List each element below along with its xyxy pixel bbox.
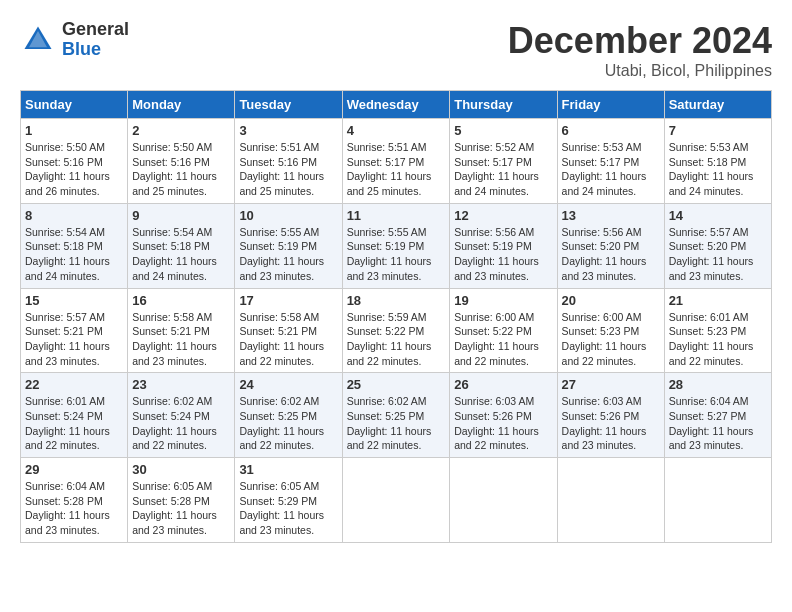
day-info-2: Sunrise: 5:50 AM Sunset: 5:16 PM Dayligh… <box>132 140 230 199</box>
day-info-26: Sunrise: 6:03 AM Sunset: 5:26 PM Dayligh… <box>454 394 552 453</box>
empty-cell <box>557 458 664 543</box>
day-cell-22: 22 Sunrise: 6:01 AM Sunset: 5:24 PM Dayl… <box>21 373 128 458</box>
day-info-6: Sunrise: 5:53 AM Sunset: 5:17 PM Dayligh… <box>562 140 660 199</box>
day-cell-14: 14 Sunrise: 5:57 AM Sunset: 5:20 PM Dayl… <box>664 203 771 288</box>
header-thursday: Thursday <box>450 91 557 119</box>
day-cell-10: 10 Sunrise: 5:55 AM Sunset: 5:19 PM Dayl… <box>235 203 342 288</box>
day-cell-16: 16 Sunrise: 5:58 AM Sunset: 5:21 PM Dayl… <box>128 288 235 373</box>
day-info-10: Sunrise: 5:55 AM Sunset: 5:19 PM Dayligh… <box>239 225 337 284</box>
title-area: December 2024 Utabi, Bicol, Philippines <box>508 20 772 80</box>
header-saturday: Saturday <box>664 91 771 119</box>
day-info-8: Sunrise: 5:54 AM Sunset: 5:18 PM Dayligh… <box>25 225 123 284</box>
page-header: General Blue December 2024 Utabi, Bicol,… <box>20 20 772 80</box>
day-cell-29: 29 Sunrise: 6:04 AM Sunset: 5:28 PM Dayl… <box>21 458 128 543</box>
day-cell-21: 21 Sunrise: 6:01 AM Sunset: 5:23 PM Dayl… <box>664 288 771 373</box>
logo-text: General Blue <box>62 20 129 60</box>
day-cell-24: 24 Sunrise: 6:02 AM Sunset: 5:25 PM Dayl… <box>235 373 342 458</box>
day-number-14: 14 <box>669 208 767 223</box>
day-cell-18: 18 Sunrise: 5:59 AM Sunset: 5:22 PM Dayl… <box>342 288 450 373</box>
day-info-31: Sunrise: 6:05 AM Sunset: 5:29 PM Dayligh… <box>239 479 337 538</box>
logo-general: General <box>62 20 129 40</box>
day-cell-19: 19 Sunrise: 6:00 AM Sunset: 5:22 PM Dayl… <box>450 288 557 373</box>
day-number-13: 13 <box>562 208 660 223</box>
day-number-21: 21 <box>669 293 767 308</box>
logo: General Blue <box>20 20 129 60</box>
week-row-2: 8 Sunrise: 5:54 AM Sunset: 5:18 PM Dayli… <box>21 203 772 288</box>
empty-cell <box>450 458 557 543</box>
day-number-2: 2 <box>132 123 230 138</box>
day-cell-13: 13 Sunrise: 5:56 AM Sunset: 5:20 PM Dayl… <box>557 203 664 288</box>
day-number-17: 17 <box>239 293 337 308</box>
day-cell-5: 5 Sunrise: 5:52 AM Sunset: 5:17 PM Dayli… <box>450 119 557 204</box>
day-number-3: 3 <box>239 123 337 138</box>
day-cell-27: 27 Sunrise: 6:03 AM Sunset: 5:26 PM Dayl… <box>557 373 664 458</box>
location-title: Utabi, Bicol, Philippines <box>508 62 772 80</box>
day-info-23: Sunrise: 6:02 AM Sunset: 5:24 PM Dayligh… <box>132 394 230 453</box>
day-info-7: Sunrise: 5:53 AM Sunset: 5:18 PM Dayligh… <box>669 140 767 199</box>
day-number-27: 27 <box>562 377 660 392</box>
day-number-28: 28 <box>669 377 767 392</box>
logo-icon <box>20 22 56 58</box>
day-cell-17: 17 Sunrise: 5:58 AM Sunset: 5:21 PM Dayl… <box>235 288 342 373</box>
day-number-5: 5 <box>454 123 552 138</box>
day-number-31: 31 <box>239 462 337 477</box>
day-info-1: Sunrise: 5:50 AM Sunset: 5:16 PM Dayligh… <box>25 140 123 199</box>
day-number-15: 15 <box>25 293 123 308</box>
month-title: December 2024 <box>508 20 772 62</box>
day-info-11: Sunrise: 5:55 AM Sunset: 5:19 PM Dayligh… <box>347 225 446 284</box>
day-number-9: 9 <box>132 208 230 223</box>
day-info-22: Sunrise: 6:01 AM Sunset: 5:24 PM Dayligh… <box>25 394 123 453</box>
day-info-9: Sunrise: 5:54 AM Sunset: 5:18 PM Dayligh… <box>132 225 230 284</box>
day-cell-23: 23 Sunrise: 6:02 AM Sunset: 5:24 PM Dayl… <box>128 373 235 458</box>
day-number-22: 22 <box>25 377 123 392</box>
logo-blue: Blue <box>62 40 129 60</box>
day-cell-1: 1 Sunrise: 5:50 AM Sunset: 5:16 PM Dayli… <box>21 119 128 204</box>
week-row-5: 29 Sunrise: 6:04 AM Sunset: 5:28 PM Dayl… <box>21 458 772 543</box>
day-number-26: 26 <box>454 377 552 392</box>
day-cell-30: 30 Sunrise: 6:05 AM Sunset: 5:28 PM Dayl… <box>128 458 235 543</box>
day-cell-15: 15 Sunrise: 5:57 AM Sunset: 5:21 PM Dayl… <box>21 288 128 373</box>
day-info-30: Sunrise: 6:05 AM Sunset: 5:28 PM Dayligh… <box>132 479 230 538</box>
day-cell-3: 3 Sunrise: 5:51 AM Sunset: 5:16 PM Dayli… <box>235 119 342 204</box>
day-info-5: Sunrise: 5:52 AM Sunset: 5:17 PM Dayligh… <box>454 140 552 199</box>
day-number-10: 10 <box>239 208 337 223</box>
day-cell-20: 20 Sunrise: 6:00 AM Sunset: 5:23 PM Dayl… <box>557 288 664 373</box>
day-cell-12: 12 Sunrise: 5:56 AM Sunset: 5:19 PM Dayl… <box>450 203 557 288</box>
week-row-1: 1 Sunrise: 5:50 AM Sunset: 5:16 PM Dayli… <box>21 119 772 204</box>
day-number-8: 8 <box>25 208 123 223</box>
empty-cell <box>342 458 450 543</box>
day-cell-9: 9 Sunrise: 5:54 AM Sunset: 5:18 PM Dayli… <box>128 203 235 288</box>
day-number-19: 19 <box>454 293 552 308</box>
day-info-15: Sunrise: 5:57 AM Sunset: 5:21 PM Dayligh… <box>25 310 123 369</box>
day-number-7: 7 <box>669 123 767 138</box>
day-info-20: Sunrise: 6:00 AM Sunset: 5:23 PM Dayligh… <box>562 310 660 369</box>
day-number-16: 16 <box>132 293 230 308</box>
day-info-12: Sunrise: 5:56 AM Sunset: 5:19 PM Dayligh… <box>454 225 552 284</box>
day-number-20: 20 <box>562 293 660 308</box>
header-sunday: Sunday <box>21 91 128 119</box>
day-info-27: Sunrise: 6:03 AM Sunset: 5:26 PM Dayligh… <box>562 394 660 453</box>
day-info-18: Sunrise: 5:59 AM Sunset: 5:22 PM Dayligh… <box>347 310 446 369</box>
day-info-16: Sunrise: 5:58 AM Sunset: 5:21 PM Dayligh… <box>132 310 230 369</box>
day-info-28: Sunrise: 6:04 AM Sunset: 5:27 PM Dayligh… <box>669 394 767 453</box>
week-row-4: 22 Sunrise: 6:01 AM Sunset: 5:24 PM Dayl… <box>21 373 772 458</box>
header-row: Sunday Monday Tuesday Wednesday Thursday… <box>21 91 772 119</box>
day-number-11: 11 <box>347 208 446 223</box>
day-cell-4: 4 Sunrise: 5:51 AM Sunset: 5:17 PM Dayli… <box>342 119 450 204</box>
day-info-19: Sunrise: 6:00 AM Sunset: 5:22 PM Dayligh… <box>454 310 552 369</box>
day-info-4: Sunrise: 5:51 AM Sunset: 5:17 PM Dayligh… <box>347 140 446 199</box>
day-number-12: 12 <box>454 208 552 223</box>
day-info-21: Sunrise: 6:01 AM Sunset: 5:23 PM Dayligh… <box>669 310 767 369</box>
day-info-3: Sunrise: 5:51 AM Sunset: 5:16 PM Dayligh… <box>239 140 337 199</box>
week-row-3: 15 Sunrise: 5:57 AM Sunset: 5:21 PM Dayl… <box>21 288 772 373</box>
empty-cell <box>664 458 771 543</box>
day-info-29: Sunrise: 6:04 AM Sunset: 5:28 PM Dayligh… <box>25 479 123 538</box>
header-monday: Monday <box>128 91 235 119</box>
day-info-24: Sunrise: 6:02 AM Sunset: 5:25 PM Dayligh… <box>239 394 337 453</box>
day-number-4: 4 <box>347 123 446 138</box>
day-cell-25: 25 Sunrise: 6:02 AM Sunset: 5:25 PM Dayl… <box>342 373 450 458</box>
day-number-25: 25 <box>347 377 446 392</box>
day-cell-7: 7 Sunrise: 5:53 AM Sunset: 5:18 PM Dayli… <box>664 119 771 204</box>
day-cell-26: 26 Sunrise: 6:03 AM Sunset: 5:26 PM Dayl… <box>450 373 557 458</box>
day-info-17: Sunrise: 5:58 AM Sunset: 5:21 PM Dayligh… <box>239 310 337 369</box>
